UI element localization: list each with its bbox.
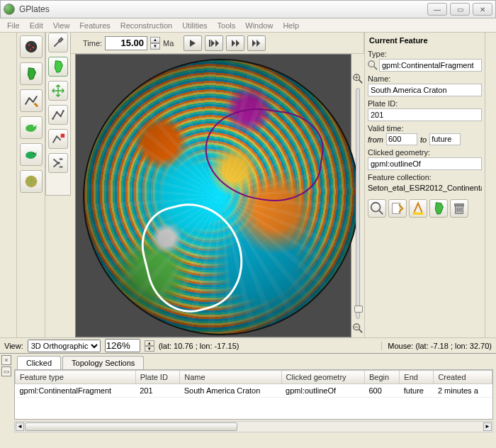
step-back-button[interactable] bbox=[226, 35, 244, 51]
polyline-icon[interactable] bbox=[48, 105, 68, 125]
close-button[interactable]: ✕ bbox=[473, 3, 492, 16]
menu-tools[interactable]: Tools bbox=[213, 20, 240, 31]
globe-canvas[interactable] bbox=[75, 54, 351, 337]
clone-feature-icon[interactable] bbox=[429, 199, 448, 218]
svg-rect-11 bbox=[61, 134, 65, 138]
projection-select[interactable]: 3D Orthographic bbox=[28, 340, 101, 352]
bottom-tabs: Clicked Topology Sections bbox=[14, 354, 496, 369]
validtime-label: Valid time: bbox=[368, 124, 482, 133]
sphere-grid-icon[interactable] bbox=[20, 170, 43, 193]
step-forward-button[interactable] bbox=[247, 35, 266, 51]
svg-rect-20 bbox=[455, 204, 464, 206]
minimize-button[interactable]: — bbox=[427, 3, 447, 16]
dock-strip-right bbox=[485, 33, 496, 337]
scroll-left-icon[interactable]: ◄ bbox=[16, 422, 24, 431]
zoom-slider[interactable] bbox=[356, 88, 360, 319]
from-value: 600 bbox=[386, 133, 417, 145]
col-begin[interactable]: Begin bbox=[365, 371, 400, 384]
globe-tool-icon[interactable] bbox=[20, 35, 43, 58]
delete-feature-icon[interactable] bbox=[450, 199, 468, 218]
panel-controls: × ▭ bbox=[0, 354, 14, 435]
highlight-feature-icon[interactable] bbox=[409, 199, 427, 218]
time-spinner[interactable]: ▲▼ bbox=[150, 37, 160, 50]
name-value: South America Craton bbox=[368, 84, 482, 96]
menu-help[interactable]: Help bbox=[278, 20, 303, 31]
svg-point-9 bbox=[60, 115, 62, 117]
panel-close-icon[interactable]: × bbox=[1, 355, 11, 365]
svg-point-0 bbox=[25, 41, 37, 53]
maximize-button[interactable]: ▭ bbox=[450, 3, 470, 16]
rewind-start-button[interactable] bbox=[205, 35, 223, 51]
plateid-label: Plate ID: bbox=[368, 99, 482, 108]
tab-topology[interactable]: Topology Sections bbox=[62, 356, 144, 369]
menu-edit[interactable]: Edit bbox=[26, 20, 47, 31]
scroll-right-icon[interactable]: ► bbox=[483, 422, 492, 431]
app-icon bbox=[4, 4, 15, 15]
dino-dark-icon[interactable] bbox=[20, 143, 43, 166]
svg-point-8 bbox=[56, 111, 58, 113]
zoom-in-icon[interactable] bbox=[353, 74, 363, 84]
tab-clicked[interactable]: Clicked bbox=[17, 356, 61, 369]
col-plate-id[interactable]: Plate ID bbox=[135, 371, 179, 384]
geom-label: Clicked geometry: bbox=[368, 148, 482, 157]
menu-reconstruction[interactable]: Reconstruction bbox=[116, 20, 176, 31]
current-feature-panel: Current Feature Type: gpml:ContinentalFr… bbox=[364, 33, 485, 337]
time-input[interactable] bbox=[105, 36, 147, 50]
fc-value: Seton_etal_ESR2012_ContinentalPo bbox=[368, 182, 482, 195]
center-area: Time: ▲▼ Ma bbox=[45, 33, 364, 337]
to-label: to bbox=[420, 135, 427, 144]
horizontal-scrollbar[interactable]: ◄ ► bbox=[14, 421, 493, 432]
col-created[interactable]: Created bbox=[434, 371, 492, 384]
svg-point-5 bbox=[33, 152, 34, 154]
latlon-readout: (lat: 10.76 ; lon: -17.15) bbox=[159, 342, 239, 350]
play-button[interactable] bbox=[184, 35, 202, 51]
type-label: Type: bbox=[368, 50, 482, 58]
to-value: future bbox=[429, 133, 461, 145]
table-row[interactable]: gpml:ContinentalFragment 201 South Ameri… bbox=[16, 384, 492, 398]
col-geometry[interactable]: Clicked geometry bbox=[281, 371, 364, 384]
dock-strip-left bbox=[0, 33, 17, 337]
edit-feature-icon[interactable] bbox=[388, 199, 407, 218]
globe-projection[interactable] bbox=[83, 59, 359, 335]
svg-point-4 bbox=[33, 125, 34, 127]
menu-features[interactable]: Features bbox=[75, 20, 114, 31]
africa-outline-icon[interactable] bbox=[20, 62, 43, 85]
inspect-icon[interactable] bbox=[368, 60, 378, 70]
col-end[interactable]: End bbox=[400, 371, 434, 384]
query-feature-icon[interactable] bbox=[368, 199, 386, 218]
scroll-thumb[interactable] bbox=[25, 422, 237, 431]
polyline-edit-icon[interactable] bbox=[20, 89, 43, 112]
from-label: from bbox=[368, 135, 383, 144]
time-toolbar: Time: ▲▼ Ma bbox=[45, 33, 364, 54]
menu-view[interactable]: View bbox=[49, 20, 74, 31]
zoom-input[interactable] bbox=[105, 339, 140, 352]
menu-window[interactable]: Window bbox=[241, 20, 277, 31]
svg-point-10 bbox=[62, 110, 64, 112]
svg-point-3 bbox=[30, 49, 31, 50]
current-feature-heading: Current Feature bbox=[368, 34, 482, 47]
panel-undock-icon[interactable]: ▭ bbox=[1, 366, 11, 376]
split-icon[interactable] bbox=[48, 153, 68, 173]
clicked-panel: × ▭ Clicked Topology Sections Feature ty… bbox=[0, 353, 496, 435]
col-name[interactable]: Name bbox=[180, 371, 281, 384]
clicked-table: Feature type Plate ID Name Clicked geome… bbox=[14, 369, 493, 420]
svg-point-17 bbox=[371, 203, 381, 212]
view-status-bar: View: 3D Orthographic ▲▼ (lat: 10.76 ; l… bbox=[0, 337, 496, 353]
svg-point-7 bbox=[52, 118, 54, 120]
time-unit: Ma bbox=[163, 39, 174, 47]
menubar: File Edit View Features Reconstruction U… bbox=[0, 18, 496, 33]
dino-green-icon[interactable] bbox=[20, 116, 43, 139]
feature-actions bbox=[368, 199, 482, 218]
menu-file[interactable]: File bbox=[3, 20, 24, 31]
delete-vertex-icon[interactable] bbox=[48, 129, 68, 149]
menu-utilities[interactable]: Utilities bbox=[178, 20, 211, 31]
col-feature-type[interactable]: Feature type bbox=[16, 371, 136, 384]
zoom-out-icon[interactable] bbox=[353, 323, 363, 333]
africa-green-icon[interactable] bbox=[48, 57, 68, 77]
window-title: GPlates bbox=[19, 4, 427, 14]
svg-point-12 bbox=[57, 162, 60, 164]
globe-row bbox=[45, 54, 364, 337]
move-icon[interactable] bbox=[48, 81, 68, 101]
picker-icon[interactable] bbox=[48, 33, 68, 52]
titlebar: GPlates — ▭ ✕ bbox=[0, 0, 496, 18]
